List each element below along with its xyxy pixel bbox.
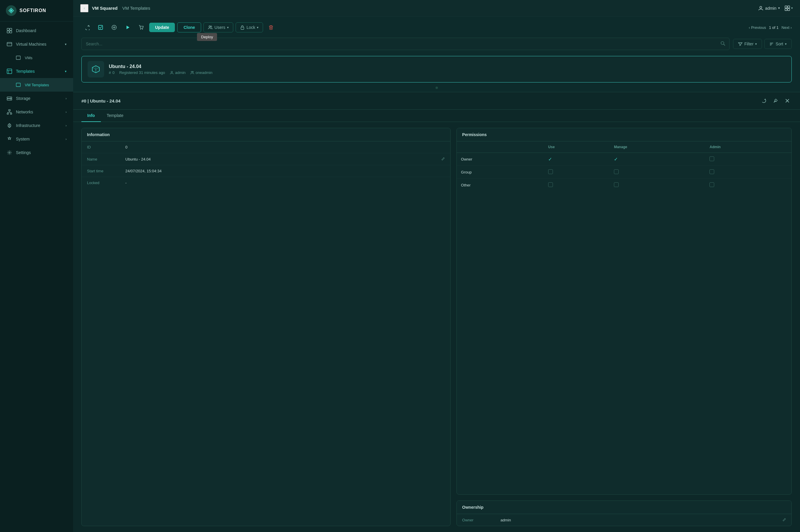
info-row-starttime: Start time 24/07/2024, 15:04:34 [82, 165, 450, 177]
svg-point-16 [10, 99, 11, 100]
sidebar-item-infrastructure[interactable]: Infrastructure › [0, 119, 73, 132]
add-button[interactable] [109, 22, 120, 33]
refresh-button[interactable] [81, 22, 93, 33]
refresh-icon [84, 25, 90, 30]
refresh-small-icon [761, 98, 766, 103]
grid-chevron-icon: ▾ [791, 6, 793, 10]
sidebar-item-dashboard[interactable]: Dashboard [0, 24, 73, 37]
perm-admin-owner[interactable] [705, 153, 792, 166]
system-icon [6, 136, 12, 142]
name-edit-icon[interactable] [441, 157, 445, 162]
locked-label: Locked [87, 180, 125, 185]
checkbox-other-use [548, 182, 553, 187]
sort-button[interactable]: Sort ▾ [764, 39, 792, 49]
ownership-row: Owner admin [457, 514, 792, 526]
cart-icon [139, 25, 144, 30]
svg-rect-27 [785, 6, 787, 8]
users-dropdown-button[interactable]: Users ▾ [203, 22, 233, 33]
tab-info[interactable]: Info [81, 110, 101, 122]
detail-refresh-button[interactable] [759, 96, 768, 105]
dashboard-icon [6, 28, 12, 34]
information-header: Information [82, 128, 450, 141]
search-input[interactable] [86, 41, 721, 46]
starttime-value: 24/07/2024, 15:04:34 [125, 169, 445, 173]
topbar-right: admin ▾ ▾ [758, 5, 793, 11]
detail-pin-button[interactable] [771, 96, 780, 105]
perm-use-group[interactable] [544, 166, 610, 179]
lock-dropdown-button[interactable]: Lock ▾ [236, 22, 263, 33]
id-label: ID [87, 145, 125, 149]
previous-button[interactable]: ‹ Previous [749, 25, 766, 30]
grid-icon [785, 5, 790, 11]
sidebar-item-networks[interactable]: Networks › [0, 105, 73, 119]
admin-chevron-icon: ▾ [778, 6, 780, 10]
info-row-name: Name Ubuntu - 24.04 [82, 153, 450, 165]
sidebar-label-vm-templates: VM Templates [25, 83, 49, 87]
admin-label: admin [765, 6, 777, 11]
lock-label: Lock [247, 25, 255, 30]
perm-use-other[interactable] [544, 179, 610, 192]
clone-button[interactable]: Clone [177, 22, 201, 33]
name-value: Ubuntu - 24.04 [125, 157, 445, 162]
owner-edit-icon[interactable] [782, 517, 786, 522]
template-info-0: Ubuntu - 24.04 #0 Registered 31 minutes … [109, 64, 785, 75]
checkbox-group-use [548, 169, 553, 174]
sidebar: SOFTIRON Dashboard Virtual Machines ▾ VM… [0, 0, 73, 532]
delete-button[interactable] [266, 22, 277, 33]
tab-template[interactable]: Template [101, 110, 129, 122]
detail-close-button[interactable] [783, 96, 792, 105]
virtual-machines-icon [6, 41, 12, 47]
detail-panel: #0 | Ubuntu - 24.04 Info [73, 92, 800, 532]
template-card-0[interactable]: Ubuntu - 24.04 #0 Registered 31 minutes … [81, 56, 792, 82]
perm-manage-owner[interactable]: ✓ [610, 153, 705, 166]
lock-chevron-icon: ▾ [257, 26, 259, 30]
play-icon [125, 25, 130, 30]
deploy-button[interactable] [122, 22, 133, 33]
perm-admin-other[interactable] [705, 179, 792, 192]
svg-rect-8 [16, 56, 20, 59]
deploy-tooltip: Deploy [197, 33, 217, 41]
svg-rect-18 [7, 113, 8, 114]
permissions-header: Permissions [457, 128, 792, 141]
perm-admin-group[interactable] [705, 166, 792, 179]
sort-icon [769, 42, 774, 46]
owner-label: Owner [462, 518, 501, 522]
admin-menu-button[interactable]: admin ▾ [758, 5, 780, 11]
perm-row-other: Other [457, 179, 792, 192]
sidebar-item-virtual-machines[interactable]: Virtual Machines ▾ [0, 37, 73, 51]
perm-col-manage: Manage [610, 141, 705, 153]
next-button[interactable]: Next › [781, 25, 792, 30]
sidebar-label-system: System [16, 137, 30, 141]
breadcrumb-page: VM Templates [122, 5, 150, 11]
sidebar-item-vm-templates[interactable]: VM Templates [0, 78, 73, 92]
owner-value: admin [501, 517, 786, 522]
cube-icon [91, 64, 101, 75]
search-container [81, 38, 729, 50]
sidebar-label-settings: Settings [16, 150, 31, 155]
svg-rect-14 [7, 99, 12, 100]
svg-rect-12 [16, 83, 20, 87]
cart-button[interactable] [135, 22, 147, 33]
svg-rect-19 [10, 113, 12, 114]
sidebar-item-settings[interactable]: Settings [0, 146, 73, 159]
filter-button[interactable]: Filter ▾ [733, 39, 762, 49]
sidebar-item-templates[interactable]: Templates ▾ [0, 64, 73, 78]
template-meta-0: #0 Registered 31 minutes ago admin onead… [109, 71, 785, 75]
sidebar-item-vms[interactable]: VMs [0, 51, 73, 64]
sidebar-item-system[interactable]: System › [0, 132, 73, 146]
settings-icon [6, 150, 12, 155]
svg-marker-35 [127, 26, 129, 29]
perm-manage-other[interactable] [610, 179, 705, 192]
perm-use-owner[interactable]: ✓ [544, 153, 610, 166]
perm-role-group: Group [457, 166, 544, 179]
select-button[interactable] [95, 22, 106, 33]
grid-view-button[interactable]: ▾ [785, 5, 793, 11]
logo-text: SOFTIRON [19, 8, 46, 13]
update-button[interactable]: Update [149, 23, 175, 32]
svg-point-36 [140, 29, 141, 30]
back-button[interactable]: ‹ [80, 4, 89, 12]
perm-manage-group[interactable] [610, 166, 705, 179]
template-group-0: oneadmin [190, 71, 212, 75]
sidebar-item-storage[interactable]: Storage › [0, 92, 73, 105]
template-list: Ubuntu - 24.04 #0 Registered 31 minutes … [73, 55, 800, 84]
